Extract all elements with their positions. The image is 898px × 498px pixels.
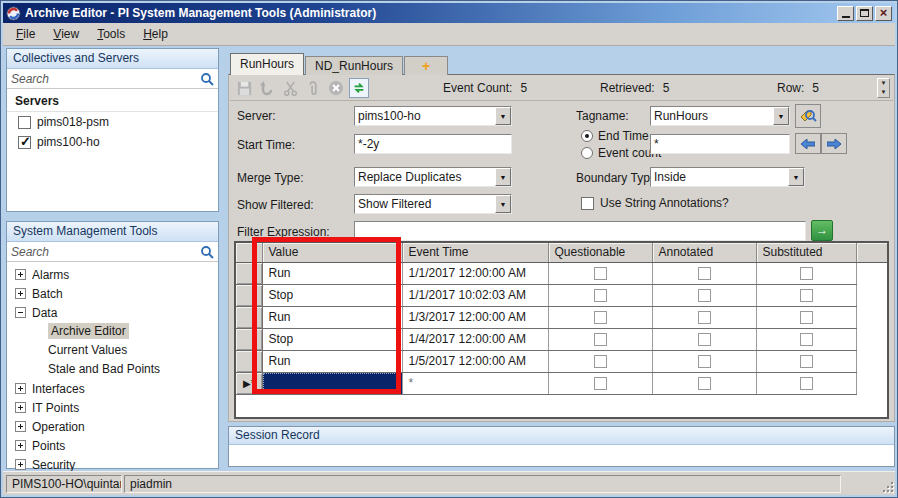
tree-label[interactable]: Points	[32, 439, 65, 453]
chevron-down-icon[interactable]: ▼	[788, 168, 804, 186]
expand-icon[interactable]	[15, 459, 26, 470]
expand-icon[interactable]	[15, 269, 26, 280]
column-header-questionable[interactable]: Questionable	[548, 243, 652, 262]
annotated-cell[interactable]	[652, 262, 756, 284]
tree-node-alarms[interactable]: Alarms	[7, 265, 218, 284]
server-checkbox[interactable]	[18, 136, 31, 149]
tree-label[interactable]: Alarms	[32, 268, 69, 282]
menu-view[interactable]: View	[44, 24, 88, 44]
questionable-cell[interactable]	[548, 262, 652, 284]
expand-icon[interactable]	[15, 440, 26, 451]
substituted-cell[interactable]	[756, 284, 856, 306]
checkbox-icon[interactable]	[581, 197, 594, 210]
use-string-annotations-checkbox[interactable]: Use String Annotations?	[581, 196, 729, 210]
value-cell[interactable]: Run	[262, 262, 402, 284]
tree-label[interactable]: Operation	[32, 420, 85, 434]
checkbox-icon[interactable]	[594, 267, 607, 280]
tree-label[interactable]: Data	[32, 306, 57, 320]
tab-runhours[interactable]: RunHours	[230, 53, 304, 75]
save-button[interactable]	[234, 78, 254, 98]
questionable-cell[interactable]	[548, 306, 652, 328]
tree-label[interactable]: Security	[32, 458, 75, 472]
row-selector[interactable]	[236, 350, 262, 372]
tree-label[interactable]: IT Points	[32, 401, 79, 415]
chevron-down-icon[interactable]: ▼	[495, 195, 511, 213]
annotated-cell[interactable]	[652, 306, 756, 328]
checkbox-icon[interactable]	[698, 333, 711, 346]
column-header-event-time[interactable]: Event Time	[402, 243, 548, 262]
tree-node-archive-editor[interactable]: Archive Editor	[7, 322, 218, 341]
value-cell-selected[interactable]	[262, 372, 402, 394]
substituted-cell[interactable]	[756, 328, 856, 350]
row-selector[interactable]	[236, 284, 262, 306]
annotated-cell[interactable]	[652, 284, 756, 306]
server-checkbox[interactable]	[18, 116, 31, 129]
menu-tools[interactable]: Tools	[88, 24, 134, 44]
annotated-cell[interactable]	[652, 372, 756, 394]
checkbox-icon[interactable]	[594, 355, 607, 368]
close-button[interactable]: ×	[875, 6, 892, 21]
filter-expression-input[interactable]	[354, 221, 806, 241]
tree-node-current-values[interactable]: Current Values	[7, 341, 218, 360]
add-tab-button[interactable]: +	[404, 56, 448, 75]
value-cell[interactable]: Run	[262, 306, 402, 328]
checkbox-icon[interactable]	[800, 355, 813, 368]
cut-button[interactable]	[280, 78, 300, 98]
tree-label-selected[interactable]: Archive Editor	[48, 323, 129, 339]
expand-icon[interactable]	[15, 383, 26, 394]
questionable-cell[interactable]	[548, 328, 652, 350]
value-cell[interactable]: Stop	[262, 284, 402, 306]
server-combobox[interactable]: pims100-ho▼	[354, 106, 512, 126]
value-cell[interactable]: Run	[262, 350, 402, 372]
substituted-cell[interactable]	[756, 372, 856, 394]
questionable-cell[interactable]	[548, 284, 652, 306]
column-header-substituted[interactable]: Substituted	[756, 243, 856, 262]
tree-label[interactable]: Interfaces	[32, 382, 85, 396]
radio-icon[interactable]	[581, 147, 593, 159]
event-time-cell[interactable]: 1/1/2017 10:02:03 AM	[402, 284, 548, 306]
event-time-cell[interactable]: 1/4/2017 12:00:00 AM	[402, 328, 548, 350]
collapse-icon[interactable]	[15, 307, 26, 318]
checkbox-icon[interactable]	[800, 267, 813, 280]
checkbox-icon[interactable]	[594, 377, 607, 390]
tagname-combobox[interactable]: RunHours▼	[650, 106, 790, 126]
checkbox-icon[interactable]	[594, 289, 607, 302]
questionable-cell[interactable]	[548, 372, 652, 394]
apply-filter-button[interactable]: →	[811, 220, 833, 241]
tag-search-button[interactable]	[795, 104, 821, 128]
end-time-input[interactable]: *	[650, 134, 790, 154]
session-record-body[interactable]	[229, 445, 894, 466]
chevron-down-icon[interactable]: ▼	[495, 168, 511, 186]
chevron-down-icon[interactable]: ▼	[773, 107, 789, 125]
row-selector-header[interactable]	[236, 243, 262, 262]
resize-grip[interactable]	[883, 482, 893, 492]
checkbox-icon[interactable]	[594, 333, 607, 346]
tree-node-points[interactable]: Points	[7, 436, 218, 455]
expand-icon[interactable]	[15, 402, 26, 413]
smt-search-input[interactable]	[7, 242, 218, 261]
tree-node-interfaces[interactable]: Interfaces	[7, 379, 218, 398]
value-cell[interactable]: Stop	[262, 328, 402, 350]
row-selector[interactable]	[236, 262, 262, 284]
tab-nd-runhours[interactable]: ND_RunHours	[305, 56, 403, 75]
checkbox-icon[interactable]	[800, 311, 813, 324]
checkbox-icon[interactable]	[698, 267, 711, 280]
event-time-cell[interactable]: *	[402, 372, 548, 394]
chevron-down-icon[interactable]: ▼	[495, 107, 511, 125]
checkbox-icon[interactable]	[698, 289, 711, 302]
tree-node-operation[interactable]: Operation	[7, 417, 218, 436]
title-bar[interactable]: Archive Editor - PI System Management To…	[3, 3, 895, 23]
tree-node-batch[interactable]: Batch	[7, 284, 218, 303]
refresh-button[interactable]	[349, 78, 369, 98]
checkbox-icon[interactable]	[800, 333, 813, 346]
servers-search-input[interactable]	[7, 69, 218, 88]
minimize-button[interactable]	[837, 6, 854, 21]
questionable-cell[interactable]	[548, 350, 652, 372]
toolbar-overflow-button[interactable]: ▼▼	[877, 78, 890, 98]
merge-type-combobox[interactable]: Replace Duplicates▼	[354, 167, 512, 187]
column-header-annotated[interactable]: Annotated	[652, 243, 756, 262]
checkbox-icon[interactable]	[698, 311, 711, 324]
checkbox-icon[interactable]	[698, 355, 711, 368]
start-time-input[interactable]: *-2y	[354, 134, 512, 154]
boundary-type-combobox[interactable]: Inside▼	[650, 167, 805, 187]
